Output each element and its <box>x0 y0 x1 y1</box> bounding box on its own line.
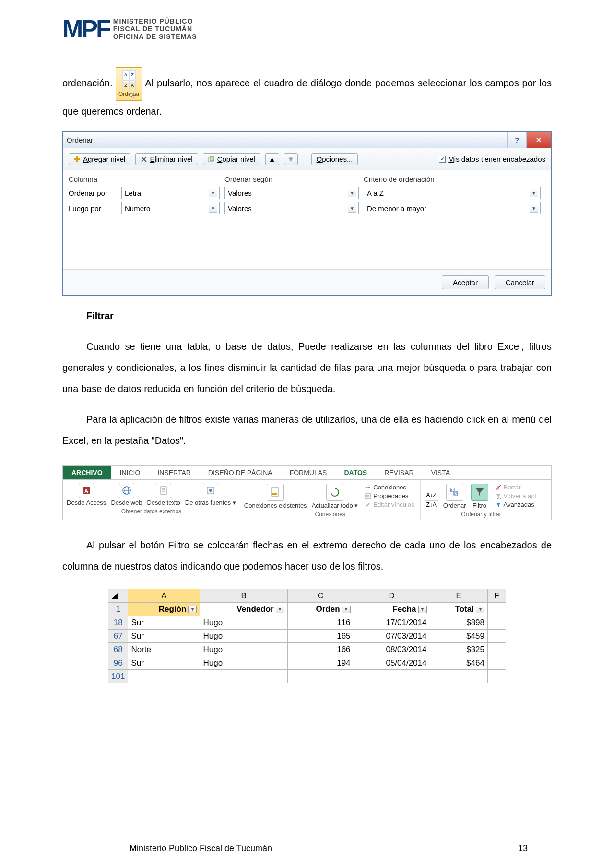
sortby-combo[interactable]: Valores▼ <box>224 187 359 199</box>
cell[interactable]: 166 <box>287 643 354 656</box>
cell[interactable] <box>430 670 488 683</box>
column-combo[interactable]: Numero▼ <box>121 202 220 214</box>
cell[interactable]: 17/01/2014 <box>354 616 430 630</box>
tab-inicio[interactable]: INICIO <box>111 466 149 479</box>
sort-asc-button[interactable]: A↓Z <box>425 491 438 499</box>
properties-link[interactable]: Propiedades <box>365 492 414 499</box>
cell[interactable]: Sur <box>128 616 200 630</box>
cell[interactable]: $898 <box>430 616 488 630</box>
cell[interactable] <box>128 670 200 683</box>
cell[interactable] <box>287 670 354 683</box>
from-text-button[interactable]: Desde texto <box>147 483 180 506</box>
cell[interactable] <box>488 630 506 643</box>
tab-archivo[interactable]: ARCHIVO <box>63 466 111 479</box>
tab-diseno[interactable]: DISEÑO DE PÁGINA <box>200 466 281 479</box>
connection-links: Conexiones Propiedades Editar vínculos <box>363 483 416 509</box>
cell[interactable]: Hugo <box>200 616 287 630</box>
col-header[interactable]: C <box>287 589 354 603</box>
cell[interactable] <box>488 656 506 670</box>
tab-insertar[interactable]: INSERTAR <box>149 466 200 479</box>
header-cell[interactable]: Total▾ <box>430 603 488 616</box>
col-header[interactable]: F <box>488 589 506 603</box>
tab-datos[interactable]: DATOS <box>335 466 376 479</box>
sort-desc-button[interactable]: Z↓A <box>425 500 438 509</box>
cell[interactable] <box>488 616 506 630</box>
cell[interactable]: Norte <box>128 643 200 656</box>
header-cell[interactable]: Región▾ <box>128 603 200 616</box>
cell[interactable]: 116 <box>287 616 354 630</box>
header-logo: MPF MINISTERIO PÚBLICO FISCAL DE TUCUMÁN… <box>62 14 552 43</box>
from-other-button[interactable]: De otras fuentes ▾ <box>185 483 236 506</box>
tab-revisar[interactable]: REVISAR <box>376 466 422 479</box>
filter-button[interactable]: Filtro <box>471 484 488 509</box>
filter-toggle-icon[interactable]: ▾ <box>476 606 484 613</box>
col-header[interactable]: B <box>200 589 287 603</box>
row-header[interactable]: 96 <box>108 656 128 670</box>
sort-button[interactable]: AZZA Ordenar <box>443 484 466 509</box>
cell[interactable]: Hugo <box>200 656 287 670</box>
select-all-cell[interactable]: ◢ <box>108 589 128 603</box>
header-cell[interactable]: Fecha▾ <box>354 603 430 616</box>
col-header[interactable]: D <box>354 589 430 603</box>
reapply-link[interactable]: Volver a apl <box>495 492 536 499</box>
tab-vista[interactable]: VISTA <box>423 466 459 479</box>
filter-toggle-icon[interactable]: ▾ <box>188 606 197 613</box>
row-header[interactable]: 1 <box>108 603 128 616</box>
col-header-column: Columna <box>69 175 121 183</box>
cell[interactable]: $325 <box>430 643 488 656</box>
cell[interactable] <box>200 670 287 683</box>
cell[interactable]: Hugo <box>200 643 287 656</box>
table-header-row: 1 Región▾ Vendedor▾ Orden▾ Fecha▾ Total▾ <box>108 603 506 616</box>
help-button[interactable]: ? <box>507 132 526 148</box>
criteria-combo[interactable]: A a Z▼ <box>364 187 541 199</box>
header-cell-empty[interactable] <box>488 603 506 616</box>
row-header[interactable]: 68 <box>108 643 128 656</box>
cell[interactable] <box>354 670 430 683</box>
cell[interactable]: 194 <box>287 656 354 670</box>
options-button[interactable]: Opciones... <box>311 153 358 165</box>
accept-button[interactable]: Aceptar <box>442 275 489 289</box>
cell[interactable]: 05/04/2014 <box>354 656 430 670</box>
col-header[interactable]: A <box>128 589 200 603</box>
row-header[interactable]: 101 <box>108 670 128 683</box>
edit-links-link[interactable]: Editar vínculos <box>365 501 414 508</box>
header-cell[interactable]: Orden▾ <box>287 603 354 616</box>
close-button[interactable]: ✕ <box>526 132 551 148</box>
cancel-button[interactable]: Cancelar <box>495 275 545 289</box>
cell[interactable]: 165 <box>287 630 354 643</box>
cell[interactable]: Sur <box>128 630 200 643</box>
cell[interactable]: $459 <box>430 630 488 643</box>
cell[interactable]: 07/03/2014 <box>354 630 430 643</box>
from-access-button[interactable]: A Desde Access <box>67 483 106 506</box>
add-level-button[interactable]: Agregar nivel <box>69 153 130 165</box>
advanced-link[interactable]: Avanzadas <box>495 501 536 508</box>
move-up-button[interactable]: ▲ <box>265 153 279 165</box>
clear-link[interactable]: Borrar <box>495 484 536 491</box>
refresh-all-button[interactable]: Actualizar todo ▾ <box>312 484 358 509</box>
column-combo[interactable]: Letra▼ <box>121 187 220 199</box>
connections-link[interactable]: Conexiones <box>365 484 414 491</box>
has-headers-checkbox[interactable]: ✔ Mis datos tienen encabezados <box>439 155 545 163</box>
cell[interactable]: Sur <box>128 656 200 670</box>
sort-button-icon[interactable]: AZZA Ordenar <box>116 67 142 101</box>
filter-toggle-icon[interactable]: ▾ <box>276 606 284 613</box>
from-web-button[interactable]: Desde web <box>111 483 142 506</box>
sortby-combo[interactable]: Valores▼ <box>224 202 359 214</box>
row-header[interactable]: 18 <box>108 616 128 630</box>
copy-level-button[interactable]: Copiar nivel <box>203 153 260 165</box>
cell[interactable] <box>488 670 506 683</box>
existing-connections-button[interactable]: Conexiones existentes <box>244 484 307 509</box>
filter-toggle-icon[interactable]: ▾ <box>342 606 351 613</box>
cell[interactable]: 08/03/2014 <box>354 643 430 656</box>
col-header[interactable]: E <box>430 589 488 603</box>
cell[interactable]: $464 <box>430 656 488 670</box>
cell[interactable]: Hugo <box>200 630 287 643</box>
criteria-combo[interactable]: De menor a mayor▼ <box>364 202 541 214</box>
tab-formulas[interactable]: FÓRMULAS <box>281 466 336 479</box>
delete-level-button[interactable]: Eliminar nivel <box>135 153 198 165</box>
header-cell[interactable]: Vendedor▾ <box>200 603 287 616</box>
move-down-button[interactable]: ▼ <box>284 153 298 165</box>
row-header[interactable]: 67 <box>108 630 128 643</box>
cell[interactable] <box>488 643 506 656</box>
filter-toggle-icon[interactable]: ▾ <box>418 606 427 613</box>
